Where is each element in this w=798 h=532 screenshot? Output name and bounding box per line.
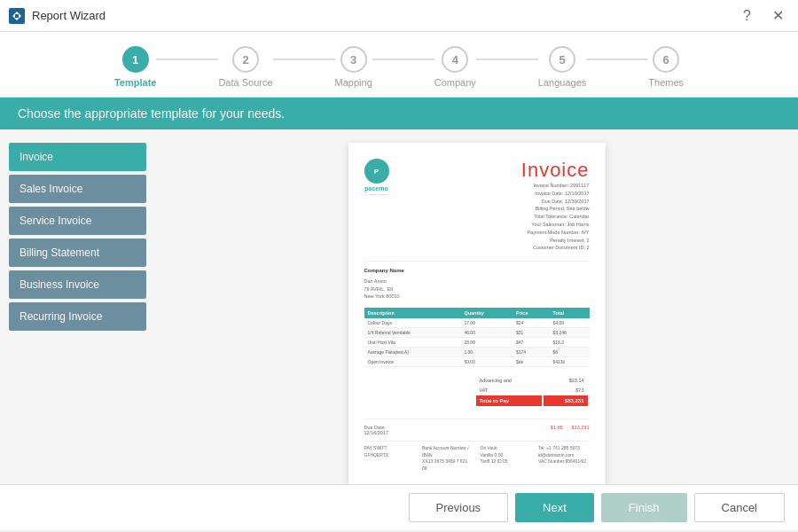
sidebar-item-service-invoice[interactable]: Service Invoice [9, 207, 146, 235]
invoice-total-table: Advancing and $23.14 VAT $73 Total to Pa… [474, 374, 590, 408]
inv-payment-label: Payment Mode Number: IVY [521, 229, 590, 237]
step-3[interactable]: 3 Mapping [335, 46, 372, 88]
step-label-4: Company [434, 77, 476, 88]
table-row: Average Flats(test A) 1.00 $174 $6 [364, 348, 590, 357]
step-circle-5: 5 [549, 46, 575, 73]
step-circle-3: 3 [340, 46, 367, 73]
step-label-6: Themes [648, 77, 684, 88]
logo-circle: P [364, 159, 389, 184]
invoice-total-section: Advancing and $23.14 VAT $73 Total to Pa… [364, 374, 590, 408]
company-name: Company Name [364, 267, 404, 276]
col-description: Description [364, 308, 461, 318]
sidebar-item-billing-statement[interactable]: Billing Statement [9, 239, 146, 267]
connector-4-5 [476, 59, 538, 60]
app-icon [9, 8, 25, 24]
invoice-table: Description Quantity Price Total Colour … [364, 308, 590, 367]
tax-row: VAT $73 [476, 386, 588, 394]
step-circle-2: 2 [232, 46, 259, 73]
col-price: Price [512, 308, 549, 318]
invoice-logo: P pacemo ~ ~~~ ~~~~ [364, 159, 389, 197]
invoice-divider-1 [364, 261, 590, 262]
footer-due: Due Date 12/16/2017 $1,68 $13,231 [364, 425, 590, 435]
invoice-footer: Due Date 12/16/2017 $1,68 $13,231 PAY SW… [364, 419, 590, 472]
address1: 79 AVRIL, E9 [364, 286, 394, 292]
col-total: Total [549, 308, 589, 318]
finish-button: Finish [601, 493, 687, 522]
table-row: 1/4 Referral Vendable 46.00 $31 $3,248 [364, 328, 590, 338]
inv-date-label: Invoice Date: 12/10/2017 [521, 190, 590, 198]
bank-col-1: PAY SWIFTGFHQERTX [364, 445, 416, 472]
sidebar-item-invoice[interactable]: Invoice [9, 143, 146, 171]
previous-button[interactable]: Previous [409, 493, 509, 522]
step-1[interactable]: 1 Template [114, 46, 156, 88]
stepper: 1 Template 2 Data Source 3 Mapping 4 Com… [0, 32, 798, 98]
inv-sales-label: Your Salesman: Job Harris [521, 221, 590, 229]
title-bar-left: Report Wizard [9, 8, 106, 24]
bottom-bar: Previous Next Finish Cancel [0, 484, 798, 530]
due-amount-2: $13,231 [572, 425, 590, 435]
step-2[interactable]: 2 Data Source [218, 46, 272, 88]
step-6[interactable]: 6 Themes [648, 46, 684, 88]
logo-sub: ~ ~~~ ~~~~ [364, 192, 387, 197]
step-circle-1: 1 [122, 46, 149, 73]
app-title: Report Wizard [32, 9, 106, 22]
bank-col-4: Tel: +1 741 285 5673id@dotmanin.comVAC N… [538, 445, 590, 472]
city: New York 80010 [364, 293, 400, 299]
invoice-title: Invoice [521, 159, 590, 182]
bank-col-3: On VaultVanilla 0.00Tariff 12 ID:05 [481, 445, 532, 472]
main-content: Invoice Sales Invoice Service Invoice Bi… [0, 129, 798, 484]
title-bar-controls: ? ✕ [738, 5, 789, 26]
due-amounts: $1,68 $13,231 [551, 425, 590, 435]
inv-billing-label: Billing Period: See below [521, 205, 590, 213]
banner-text: Choose the appropriate template for your… [18, 106, 285, 121]
bank-col-2: Bank Account Number / IBANXX13 0675 3469… [422, 445, 473, 472]
step-label-3: Mapping [335, 77, 372, 88]
total-pay-row: Total to Pay $83,231 [476, 395, 588, 406]
cancel-button[interactable]: Cancel [694, 493, 785, 522]
inv-penalty-label: Penalty Interest: 2 [521, 237, 590, 245]
client-name: Dan Ansto [364, 278, 387, 284]
connector-5-6 [586, 59, 648, 60]
inv-due-label: Due Date: 12/30/2017 [521, 198, 590, 206]
step-circle-4: 4 [442, 46, 468, 73]
inv-customer-label: Customer Document ID: 2 [521, 244, 590, 252]
close-button[interactable]: ✕ [767, 5, 789, 26]
sidebar-item-business-invoice[interactable]: Business Invoice [9, 270, 146, 299]
step-5[interactable]: 5 Languages [538, 46, 586, 88]
connector-1-2 [156, 59, 218, 60]
invoice-title-block: Invoice Invoice Number: 2691117 Invoice … [521, 159, 590, 252]
table-row: Colour Days 17.00 $24 $4.08 [364, 318, 590, 328]
table-row: Open Invoice 50.00 $de $413k [364, 357, 590, 367]
inv-total-label: Total Tolerance: Calendar [521, 213, 590, 221]
step-circle-6: 6 [653, 46, 679, 73]
preview-area: P pacemo ~ ~~~ ~~~~ Invoice Invoice Numb… [155, 129, 798, 484]
footer-bank: PAY SWIFTGFHQERTX Bank Account Number / … [364, 441, 590, 472]
invoice-header: P pacemo ~ ~~~ ~~~~ Invoice Invoice Numb… [364, 159, 590, 252]
col-quantity: Quantity [460, 308, 512, 318]
step-label-1: Template [114, 77, 156, 88]
connector-3-4 [372, 59, 434, 60]
invoice-meta: Invoice Number: 2691117 Invoice Date: 12… [521, 182, 590, 252]
title-bar: Report Wizard ? ✕ [0, 0, 798, 32]
next-button[interactable]: Next [515, 493, 594, 522]
help-button[interactable]: ? [738, 5, 756, 26]
subtotal-row: Advancing and $23.14 [476, 376, 588, 384]
step-label-2: Data Source [218, 77, 272, 88]
bill-to-block: Company Name Dan Ansto 79 AVRIL, E9 New … [364, 267, 404, 301]
table-row: Ursil Host Vila 28.00 $47 $18.2 [364, 338, 590, 348]
invoice-billing: Company Name Dan Ansto 79 AVRIL, E9 New … [364, 267, 590, 301]
step-label-5: Languages [538, 77, 586, 88]
connector-2-3 [273, 59, 335, 60]
due-amount-1: $1,68 [551, 425, 563, 435]
inv-number-label: Invoice Number: 2691117 [521, 182, 590, 190]
logo-name: pacemo [364, 185, 387, 192]
sidebar-item-recurring-invoice[interactable]: Recurring Invoice [9, 302, 146, 331]
instruction-banner: Choose the appropriate template for your… [0, 98, 798, 129]
sidebar-item-sales-invoice[interactable]: Sales Invoice [9, 175, 146, 203]
invoice-preview: P pacemo ~ ~~~ ~~~~ Invoice Invoice Numb… [348, 143, 606, 484]
step-4[interactable]: 4 Company [434, 46, 476, 88]
svg-rect-0 [15, 14, 19, 18]
template-sidebar: Invoice Sales Invoice Service Invoice Bi… [0, 129, 155, 484]
due-date-label: Due Date 12/16/2017 [364, 425, 389, 435]
